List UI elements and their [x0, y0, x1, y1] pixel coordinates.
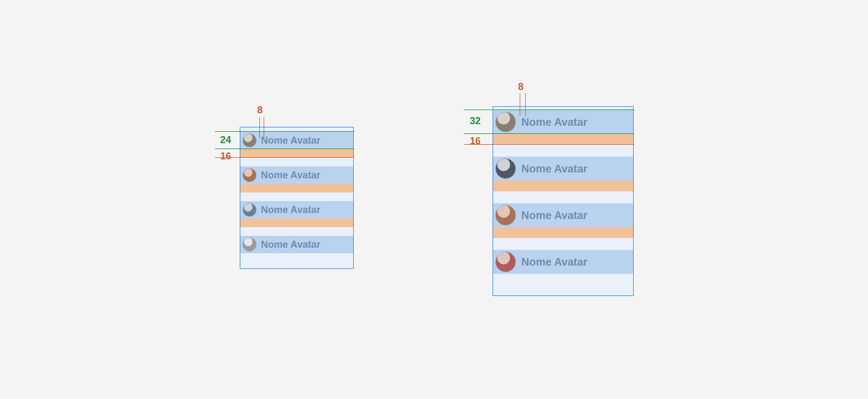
- avatar: [495, 252, 516, 272]
- avatar-label: Nome Avatar: [521, 256, 588, 268]
- avatar: [495, 112, 516, 132]
- dimension-line: [215, 131, 354, 132]
- dimension-label-8: 8: [257, 105, 263, 116]
- dimension-line: [464, 144, 634, 145]
- panel-large: Nome Avatar Nome Avatar Nome Avatar Nome…: [493, 106, 634, 296]
- avatar-label: Nome Avatar: [261, 204, 321, 216]
- list-item: Nome Avatar: [240, 132, 353, 149]
- dimension-label-8: 8: [518, 81, 524, 93]
- row-gap: [493, 227, 633, 238]
- list-item: Nome Avatar: [240, 201, 353, 218]
- row-gap: [240, 218, 353, 227]
- dimension-label-24: 24: [220, 134, 231, 146]
- dimension-line: [215, 149, 354, 149]
- row-gap: [240, 149, 353, 158]
- dimension-tick: [525, 93, 526, 116]
- dimension-line: [464, 133, 634, 134]
- avatar: [242, 133, 257, 147]
- avatar-label: Nome Avatar: [521, 116, 588, 128]
- avatar-label: Nome Avatar: [521, 209, 588, 222]
- avatar: [242, 203, 257, 217]
- list-item: Nome Avatar: [240, 166, 353, 184]
- diagram-stage: Nome Avatar Nome Avatar Nome Avatar Nome…: [0, 0, 868, 399]
- avatar-label: Nome Avatar: [261, 170, 321, 181]
- avatar: [495, 205, 516, 226]
- dimension-label-16: 16: [470, 136, 481, 147]
- list-item: Nome Avatar: [493, 203, 633, 227]
- dimension-line: [215, 157, 354, 158]
- list-item: Nome Avatar: [493, 157, 633, 181]
- row-gap: [493, 134, 633, 145]
- row-gap: [240, 184, 353, 192]
- avatar-label: Nome Avatar: [261, 239, 321, 250]
- dimension-tick: [520, 93, 520, 116]
- avatar: [242, 237, 257, 252]
- avatar-label: Nome Avatar: [261, 135, 321, 146]
- row-gap: [493, 181, 633, 191]
- avatar-label: Nome Avatar: [521, 163, 588, 175]
- dimension-line: [464, 110, 634, 110]
- dimension-tick: [264, 117, 264, 139]
- list-item: Nome Avatar: [493, 110, 633, 134]
- dimension-tick: [259, 117, 260, 139]
- list-item: Nome Avatar: [240, 236, 353, 253]
- avatar: [495, 158, 516, 179]
- list-item: Nome Avatar: [493, 250, 633, 274]
- avatar: [242, 168, 257, 182]
- dimension-label-16: 16: [220, 151, 231, 162]
- dimension-label-32: 32: [470, 115, 481, 127]
